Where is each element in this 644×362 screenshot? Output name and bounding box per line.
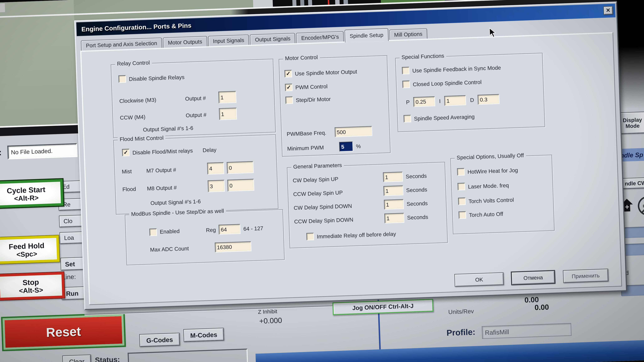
tab-spindle-setup[interactable]: Spindle Setup bbox=[344, 28, 388, 42]
tab-motor-outputs[interactable]: Motor Outputs bbox=[163, 36, 207, 48]
z-inhibit-value: +0.000 bbox=[259, 316, 282, 325]
ccw-delay-spindown-unit: Seconds bbox=[407, 214, 428, 221]
ccw-output-input[interactable] bbox=[219, 108, 237, 120]
minimum-pwm-input[interactable] bbox=[339, 141, 353, 152]
mcodes-button[interactable]: M-Codes bbox=[183, 328, 224, 342]
close-gcode-button-partial[interactable]: Clo bbox=[59, 215, 83, 227]
mist-m7-output-label: M7 Output # bbox=[146, 166, 204, 174]
apply-button[interactable]: Применить bbox=[563, 269, 608, 283]
special-options-legend: Special Options, Usually Off bbox=[454, 152, 526, 161]
step-dir-motor-label: Step/Dir Motor bbox=[296, 96, 331, 103]
cancel-button[interactable]: Отмена bbox=[511, 271, 555, 285]
modbus-spindle-group: ModBus Spindle - Use Step/Dir as well En… bbox=[125, 209, 285, 265]
pid-i-input[interactable] bbox=[444, 95, 466, 106]
hotwire-heat-checkbox[interactable] bbox=[457, 168, 465, 176]
tab-mill-options[interactable]: Mill Options bbox=[389, 28, 428, 40]
step-dir-motor-checkbox[interactable] bbox=[285, 96, 293, 104]
ccw-delay-spinup-input[interactable] bbox=[384, 185, 404, 196]
max-adc-count-input[interactable] bbox=[215, 241, 252, 252]
ccw-delay-spindown-input[interactable] bbox=[384, 213, 404, 223]
profile-label: Profile: bbox=[446, 327, 476, 338]
stop-button[interactable]: Stop <Alt-S> bbox=[0, 272, 65, 300]
modbus-reg-input[interactable] bbox=[219, 224, 241, 235]
closed-loop-checkbox[interactable] bbox=[402, 80, 410, 88]
flood-delay-input[interactable] bbox=[227, 179, 254, 191]
use-spindle-motor-output-checkbox[interactable]: ✓ bbox=[284, 70, 292, 77]
gcodes-button[interactable]: G-Codes bbox=[139, 333, 180, 347]
display-mode-line2: Mode bbox=[626, 123, 640, 129]
immediate-relay-off-label: Immediate Relay off before delay bbox=[317, 231, 396, 239]
dialog-title: Engine Configuration... Ports & Pins bbox=[76, 21, 192, 33]
file-label: File: bbox=[0, 148, 2, 158]
spindle-reset-dial-text: Reset bbox=[643, 203, 644, 208]
reset-button[interactable]: Reset bbox=[2, 314, 124, 350]
pid-d-input[interactable] bbox=[478, 94, 500, 105]
disable-spindle-relays-checkbox[interactable] bbox=[118, 75, 126, 83]
spindle-setup-panel: Relay Control Disable Spindle Relays Clo… bbox=[80, 32, 622, 305]
reset-label: Reset bbox=[46, 324, 81, 340]
cycle-start-button[interactable]: Cycle Start <Alt-R> bbox=[0, 179, 64, 208]
file-field[interactable]: No File Loaded. bbox=[7, 143, 78, 159]
percent-label: % bbox=[356, 143, 361, 149]
run-from-here-button-partial[interactable]: Run bbox=[62, 286, 86, 300]
feed-hold-button[interactable]: Feed Hold <Spc> bbox=[0, 235, 60, 264]
mist-label: Mist bbox=[122, 168, 144, 175]
torch-auto-off-checkbox[interactable] bbox=[458, 211, 466, 219]
general-parameters-legend: General Parameters bbox=[291, 162, 344, 170]
special-functions-group: Special Functions Use Spindle Feedback i… bbox=[395, 53, 545, 132]
decor-blue-band bbox=[256, 340, 644, 362]
cw-delay-spinup-unit: Seconds bbox=[406, 173, 427, 179]
cw-delay-spindown-label: CW Delay Spind DOWN bbox=[294, 202, 381, 211]
disable-flood-mist-checkbox[interactable]: ✓ bbox=[122, 149, 130, 156]
pid-p-input[interactable] bbox=[414, 96, 436, 107]
clockwise-output-input[interactable] bbox=[218, 91, 236, 103]
motor-control-legend: Motor Control bbox=[283, 54, 320, 61]
spindle-speed-averaging-checkbox[interactable] bbox=[404, 115, 411, 122]
flood-footer-note: Output Signal #'s 1-6 bbox=[150, 198, 201, 206]
decor-bar-1 bbox=[292, 0, 296, 6]
flood-output-input[interactable] bbox=[208, 180, 225, 192]
clear-status-button[interactable]: Clear bbox=[62, 355, 91, 362]
mist-output-input[interactable] bbox=[207, 162, 224, 174]
jog-onoff-button[interactable]: Jog ON/OFF Ctrl-Alt-J bbox=[332, 299, 434, 315]
cw-delay-spindown-input[interactable] bbox=[384, 199, 404, 210]
units-rev-value: 0.00 bbox=[510, 303, 549, 313]
pwm-control-checkbox[interactable]: ✓ bbox=[285, 83, 292, 91]
modbus-enabled-checkbox[interactable] bbox=[149, 228, 157, 236]
profile-field[interactable]: RafisMill bbox=[482, 323, 572, 339]
cw-delay-spindown-unit: Seconds bbox=[406, 200, 428, 207]
stop-label: Stop bbox=[22, 278, 39, 287]
tab-input-signals[interactable]: Input Signals bbox=[208, 35, 249, 46]
feed-hold-hotkey: <Spc> bbox=[16, 250, 37, 258]
modbus-enabled-label: Enabled bbox=[160, 227, 203, 235]
laser-mode-checkbox[interactable] bbox=[458, 183, 465, 190]
spindle-dro-top[interactable]: 0 bbox=[624, 226, 644, 238]
torch-volts-label: Torch Volts Control bbox=[468, 197, 514, 204]
torch-volts-checkbox[interactable] bbox=[458, 198, 466, 205]
tab-output-signals[interactable]: Output Signals bbox=[250, 33, 296, 45]
ok-button[interactable]: OK bbox=[454, 272, 504, 287]
set-next-line-button-partial[interactable]: Set bbox=[60, 257, 84, 271]
tab-encoder-mpgs[interactable]: Encoder/MPG's bbox=[296, 31, 344, 43]
decor-bar-3 bbox=[308, 0, 312, 5]
cw-delay-spinup-input[interactable] bbox=[383, 172, 403, 182]
stop-hotkey: <Alt-S> bbox=[19, 286, 43, 295]
hotwire-heat-label: HotWire Heat for Jog bbox=[468, 167, 518, 175]
cycle-start-hotkey: <Alt-R> bbox=[14, 193, 39, 202]
relay-control-group: Relay Control Disable Spindle Relays Clo… bbox=[110, 59, 276, 138]
close-icon[interactable]: ✕ bbox=[603, 6, 613, 15]
immediate-relay-off-checkbox[interactable] bbox=[306, 233, 314, 240]
spindle-feedback-label: Use Spindle Feedback in Sync Mode bbox=[412, 64, 501, 73]
spindle-reset-dial-icon[interactable]: Reset bbox=[638, 196, 644, 216]
laser-mode-label: Laser Mode. freq bbox=[468, 182, 509, 189]
ccw-output-label: Output # bbox=[186, 111, 216, 118]
mist-delay-input[interactable] bbox=[227, 161, 254, 174]
use-spindle-motor-output-label: Use Spindle Motor Output bbox=[295, 68, 357, 76]
special-options-group: Special Options, Usually Off HotWire Hea… bbox=[450, 155, 554, 234]
status-label: Status: bbox=[95, 355, 120, 362]
load-gcode-button-partial[interactable]: Loa bbox=[60, 232, 84, 244]
pwmbase-freq-input[interactable] bbox=[335, 126, 372, 137]
profile-value: RafisMill bbox=[485, 328, 509, 336]
general-parameters-group: General Parameters CW Delay Spin UP Seco… bbox=[287, 162, 448, 248]
spindle-feedback-checkbox[interactable] bbox=[402, 67, 410, 74]
